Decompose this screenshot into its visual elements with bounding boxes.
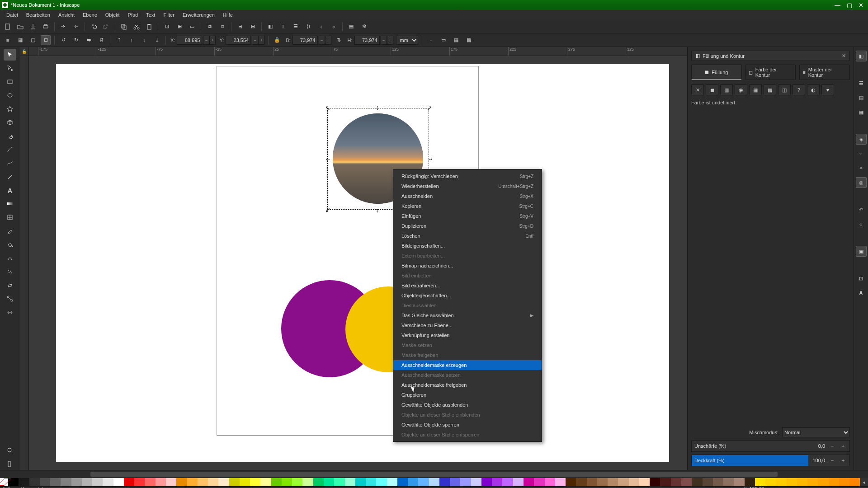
- swatch[interactable]: [176, 478, 187, 486]
- paint-mesh[interactable]: ▦: [749, 84, 762, 95]
- swatch[interactable]: [755, 478, 765, 486]
- swatch[interactable]: [208, 478, 218, 486]
- 3dbox-tool[interactable]: [4, 117, 16, 128]
- menu-item[interactable]: Verknüpfung erstellen: [393, 330, 542, 340]
- menu-item[interactable]: Bild extrahieren...: [393, 281, 542, 291]
- menu-item[interactable]: Rückgängig: VerschiebenStrg+Z: [393, 171, 542, 181]
- node-tool[interactable]: [4, 62, 16, 74]
- transform-icon[interactable]: ⟐: [329, 22, 339, 32]
- x-input[interactable]: [177, 36, 202, 45]
- y-minus[interactable]: −: [252, 36, 258, 45]
- eraser-tool[interactable]: [4, 279, 16, 291]
- swatch[interactable]: [345, 478, 355, 486]
- xml-icon[interactable]: ⟨⟩: [303, 22, 313, 32]
- swatch[interactable]: [692, 478, 702, 486]
- measure-tool[interactable]: [4, 458, 16, 470]
- canvas[interactable]: ↖ ↗ ↙ ↘ ↕ ↕ ↔ ↔ Rückgängig: VerschiebenS…: [29, 56, 687, 470]
- dropper-tool[interactable]: [4, 225, 16, 237]
- handle-t[interactable]: ↕: [376, 105, 381, 110]
- swatch[interactable]: [82, 478, 92, 486]
- swatch[interactable]: [797, 478, 807, 486]
- menu-item[interactable]: Gewählte Objekte sperren: [393, 420, 542, 430]
- doc-props-icon[interactable]: ▤: [346, 22, 356, 32]
- menu-pfad[interactable]: Pfad: [124, 11, 142, 19]
- paint-radial[interactable]: ◉: [735, 84, 747, 95]
- swatch[interactable]: [103, 478, 113, 486]
- paint-flat[interactable]: ◼: [706, 84, 718, 95]
- swatch[interactable]: [113, 478, 124, 486]
- scale-pattern-icon[interactable]: ▩: [464, 35, 474, 45]
- menu-bearbeiten[interactable]: Bearbeiten: [23, 11, 54, 19]
- swatch[interactable]: [439, 478, 450, 486]
- rail-undo-history-icon[interactable]: ↶: [856, 204, 867, 215]
- menu-datei[interactable]: Datei: [3, 11, 22, 19]
- swatch[interactable]: [124, 478, 134, 486]
- flip-v-icon[interactable]: ⇵: [96, 35, 106, 45]
- spiral-tool[interactable]: [4, 130, 16, 142]
- swatch[interactable]: [250, 478, 260, 486]
- x-minus[interactable]: −: [203, 36, 209, 45]
- redo-icon[interactable]: [101, 22, 111, 32]
- menu-item[interactable]: Verschiebe zu Ebene...: [393, 320, 542, 330]
- swatch[interactable]: [134, 478, 145, 486]
- swatch[interactable]: [240, 478, 250, 486]
- rail-selectors-icon[interactable]: ⊡: [856, 273, 867, 284]
- paste-icon[interactable]: [144, 22, 154, 32]
- swatch[interactable]: [450, 478, 460, 486]
- rail-doc-props-icon[interactable]: ▣: [856, 246, 867, 257]
- rail-text-icon[interactable]: A: [856, 287, 867, 298]
- swatch[interactable]: [502, 478, 513, 486]
- selector-tool[interactable]: [4, 49, 16, 61]
- rail-path-effects-icon[interactable]: ✧: [856, 163, 867, 174]
- swatch[interactable]: [629, 478, 639, 486]
- lpe-tool[interactable]: [4, 306, 16, 318]
- rotate-ccw-icon[interactable]: ↺: [58, 35, 68, 45]
- swatch[interactable]: [734, 478, 744, 486]
- swatch[interactable]: [324, 478, 334, 486]
- maximize-button[interactable]: ▢: [847, 2, 852, 8]
- tab-stroke-style[interactable]: ≡Muster der Kontur: [799, 65, 850, 80]
- paint-linear[interactable]: ▥: [720, 84, 733, 95]
- select-all-icon[interactable]: ▦: [15, 35, 25, 45]
- handle-tl[interactable]: ↖: [325, 106, 330, 110]
- swatch[interactable]: [282, 478, 292, 486]
- menu-item[interactable]: WiederherstellenUmschalt+Strg+Z: [393, 181, 542, 191]
- tab-fill[interactable]: ◼Füllung: [691, 65, 742, 80]
- cut-icon[interactable]: [132, 22, 142, 32]
- swatch[interactable]: [292, 478, 302, 486]
- swatch[interactable]: [50, 478, 61, 486]
- copy-icon[interactable]: [119, 22, 129, 32]
- swatch[interactable]: [829, 478, 839, 486]
- deselect-icon[interactable]: ▢: [28, 35, 38, 45]
- opacity-slider[interactable]: Deckkraft (%) 100,0 − +: [691, 455, 850, 466]
- swatch[interactable]: [524, 478, 534, 486]
- blend-select[interactable]: Normal: [782, 427, 850, 437]
- swatch[interactable]: [471, 478, 481, 486]
- swatch[interactable]: [597, 478, 608, 486]
- rect-tool[interactable]: [4, 76, 16, 88]
- handle-b[interactable]: ↕: [376, 208, 381, 212]
- swatch[interactable]: [187, 478, 198, 486]
- swatch[interactable]: [397, 478, 408, 486]
- menu-item[interactable]: Bildeigenschaften...: [393, 241, 542, 251]
- rail-layers-icon[interactable]: ▤: [856, 92, 867, 103]
- opacity-minus[interactable]: −: [829, 458, 836, 463]
- swatch[interactable]: [671, 478, 681, 486]
- swatch[interactable]: [302, 478, 313, 486]
- save-icon[interactable]: [28, 22, 38, 32]
- swatch[interactable]: [639, 478, 650, 486]
- swatch[interactable]: [460, 478, 471, 486]
- swatch[interactable]: [608, 478, 618, 486]
- swatch[interactable]: [198, 478, 208, 486]
- swatch[interactable]: [366, 478, 376, 486]
- text-icon[interactable]: T: [278, 22, 288, 32]
- lock-wh-icon[interactable]: 🔒: [272, 35, 282, 45]
- swatch[interactable]: [703, 478, 713, 486]
- swatch[interactable]: [849, 478, 860, 486]
- raise-top-icon[interactable]: ⤒: [114, 35, 124, 45]
- rail-fill-stroke-icon[interactable]: ◧: [856, 51, 867, 61]
- handle-r[interactable]: ↔: [427, 157, 432, 161]
- export-icon[interactable]: [71, 22, 81, 32]
- prefs-icon[interactable]: ✻: [359, 22, 369, 32]
- h-minus[interactable]: −: [381, 36, 387, 45]
